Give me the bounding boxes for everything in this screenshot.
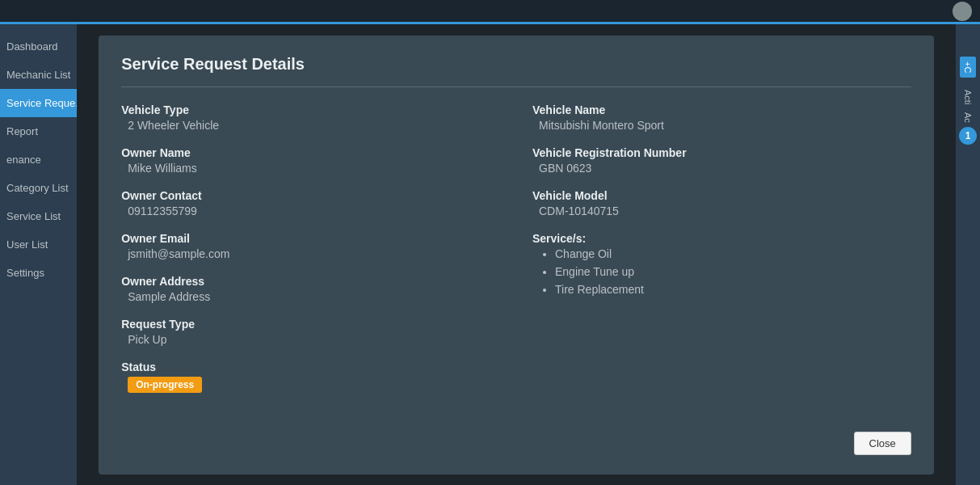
status-field: Status On-progress [121,361,500,393]
sidebar-item-mechanic-list[interactable]: Mechanic List [0,61,77,89]
create-button[interactable]: +C [960,57,976,78]
vehicle-name-field: Vehicle Name Mitsubishi Montero Sport [532,103,911,132]
modal-title: Service Request Details [121,55,911,74]
sidebar-item-service-requests[interactable]: Service Reque... [0,89,77,117]
owner-contact-field: Owner Contact 09112355799 [121,189,500,217]
avatar [953,2,972,21]
service-item-1: Change Oil [555,247,911,260]
request-type-value: Pick Up [121,333,500,346]
status-badge: On-progress [128,377,202,393]
services-list: Change Oil Engine Tune up Tire Replaceme… [532,247,911,296]
action2-label: Ac [963,112,973,123]
owner-address-value: Sample Address [121,290,500,303]
top-bar [0,0,980,24]
vehicle-name-value: Mitsubishi Montero Sport [532,119,911,132]
right-panel: +C Acti Ac 1 [956,24,980,485]
request-type-label: Request Type [121,318,500,331]
notification-badge: 1 [959,127,977,145]
modal-service-request-details: Service Request Details Vehicle Type 2 W… [99,36,934,474]
vehicle-type-value: 2 Wheeler Vehicle [121,119,500,132]
vehicle-reg-field: Vehicle Registration Number GBN 0623 [532,146,911,175]
sidebar-item-user-list[interactable]: User List [0,230,77,259]
sidebar-item-report[interactable]: Report [0,117,77,146]
owner-address-label: Owner Address [121,275,500,288]
sidebar-item-category-list[interactable]: Category List [0,174,77,202]
request-type-field: Request Type Pick Up [121,318,500,346]
modal-body: Vehicle Type 2 Wheeler Vehicle Owner Nam… [121,103,911,407]
owner-email-label: Owner Email [121,232,500,245]
service-item-3: Tire Replacement [555,283,911,296]
services-field: Service/s: Change Oil Engine Tune up Tir… [532,232,911,296]
modal-left-col: Vehicle Type 2 Wheeler Vehicle Owner Nam… [121,103,500,407]
modal-footer: Close [121,432,911,455]
owner-email-value: jsmith@sample.com [121,247,500,260]
owner-email-field: Owner Email jsmith@sample.com [121,232,500,260]
modal-right-col: Vehicle Name Mitsubishi Montero Sport Ve… [532,103,911,407]
services-label: Service/s: [532,232,911,245]
owner-name-field: Owner Name Mike Williams [121,146,500,175]
vehicle-reg-label: Vehicle Registration Number [532,146,911,159]
close-button[interactable]: Close [854,432,911,455]
modal-overlay: Service Request Details Vehicle Type 2 W… [77,24,956,485]
owner-contact-value: 09112355799 [121,205,500,217]
main-layout: Dashboard Mechanic List Service Reque...… [0,24,980,485]
vehicle-type-field: Vehicle Type 2 Wheeler Vehicle [121,103,500,132]
main-content: Service Request Details Vehicle Type 2 W… [77,24,956,485]
vehicle-model-value: CDM-10140715 [532,205,911,217]
service-item-2: Engine Tune up [555,265,911,278]
vehicle-type-label: Vehicle Type [121,103,500,116]
sidebar-item-dashboard[interactable]: Dashboard [0,32,77,61]
modal-divider [121,86,911,87]
owner-contact-label: Owner Contact [121,189,500,202]
sidebar-item-maintenance[interactable]: enance [0,146,77,174]
owner-name-label: Owner Name [121,146,500,159]
action-label: Acti [963,90,973,104]
sidebar: Dashboard Mechanic List Service Reque...… [0,24,77,485]
sidebar-item-service-list[interactable]: Service List [0,202,77,230]
sidebar-item-settings[interactable]: Settings [0,259,77,287]
vehicle-name-label: Vehicle Name [532,103,911,116]
status-label: Status [121,361,500,373]
vehicle-model-label: Vehicle Model [532,189,911,202]
vehicle-reg-value: GBN 0623 [532,162,911,175]
owner-name-value: Mike Williams [121,162,500,175]
owner-address-field: Owner Address Sample Address [121,275,500,303]
vehicle-model-field: Vehicle Model CDM-10140715 [532,189,911,217]
